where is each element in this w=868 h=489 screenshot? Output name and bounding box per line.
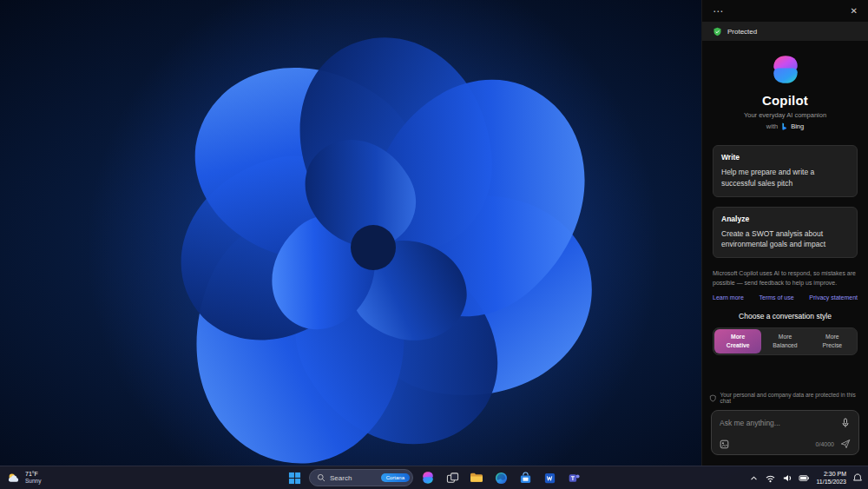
style-label-line1: More: [809, 333, 856, 341]
taskbar-item-file-explorer[interactable]: [467, 468, 486, 487]
desktop: ⋯ ✕ Protected Copilot Your everyday AI c…: [0, 0, 868, 489]
style-more-balanced[interactable]: More Balanced: [761, 329, 808, 354]
ai-disclaimer: Microsoft Copilot uses AI to respond, so…: [713, 269, 858, 288]
style-label-line1: More: [761, 333, 808, 341]
learn-more-link[interactable]: Learn more: [713, 294, 744, 301]
taskbar-center: Search Cortana: [285, 466, 583, 489]
style-label-line2: Precise: [809, 341, 856, 350]
copilot-icon: [421, 471, 435, 485]
copilot-logo-icon: [769, 53, 802, 86]
weather-temp: 71°F: [25, 471, 41, 479]
card-body: Create a SWOT analysis about environment…: [721, 228, 849, 251]
style-label-line1: More: [714, 333, 761, 341]
page-title: Copilot: [762, 93, 808, 108]
legal-links: Learn more Terms of use Privacy statemen…: [713, 294, 858, 301]
word-icon: [543, 472, 556, 485]
system-tray: 2:30 PM 11/15/2023: [749, 466, 863, 489]
search-label: Search: [330, 474, 352, 482]
start-button[interactable]: [285, 468, 304, 487]
suggestion-card-analyze[interactable]: Analyze Create a SWOT analysis about env…: [713, 207, 858, 259]
privacy-statement-link[interactable]: Privacy statement: [809, 294, 858, 301]
weather-condition: Sunny: [25, 478, 41, 485]
chat-input-box[interactable]: 0/4000: [711, 410, 859, 455]
task-view-icon: [446, 472, 459, 485]
taskbar-item-word[interactable]: [540, 468, 559, 487]
send-icon[interactable]: [840, 439, 851, 449]
conversation-style-picker: More Creative More Balanced More Precise: [713, 327, 858, 355]
style-label-line2: Balanced: [761, 341, 808, 350]
style-more-precise[interactable]: More Precise: [809, 329, 856, 354]
bing-icon: [780, 122, 788, 130]
edge-icon: [495, 472, 508, 485]
taskbar-item-copilot[interactable]: [418, 468, 437, 487]
wifi-icon[interactable]: [765, 473, 776, 483]
hidden-icons-chevron-icon[interactable]: [749, 474, 759, 482]
with-bing-row: with Bing: [766, 122, 804, 130]
screenshot-icon[interactable]: [720, 439, 729, 449]
terms-of-use-link[interactable]: Terms of use: [760, 294, 794, 301]
taskbar-item-teams[interactable]: [564, 468, 583, 487]
data-protection-text: Your personal and company data are prote…: [720, 392, 861, 404]
weather-icon: [7, 472, 21, 485]
teams-icon: [568, 472, 581, 485]
taskbar: 71°F Sunny Search Cortana: [0, 466, 868, 489]
battery-icon[interactable]: [799, 473, 810, 483]
search-icon: [317, 473, 326, 482]
copilot-panel: ⋯ ✕ Protected Copilot Your everyday AI c…: [701, 0, 868, 466]
shield-outline-icon: [709, 394, 717, 402]
card-title: Write: [721, 153, 849, 162]
chat-input[interactable]: [720, 419, 835, 427]
clock-date: 11/15/2023: [816, 478, 846, 486]
microphone-icon[interactable]: [840, 418, 851, 428]
data-protection-note: Your personal and company data are prote…: [709, 392, 861, 404]
more-options-icon[interactable]: ⋯: [713, 5, 723, 17]
suggestion-card-write[interactable]: Write Help me prepare and write a succes…: [713, 145, 858, 197]
character-counter: 0/4000: [816, 441, 834, 447]
close-icon[interactable]: ✕: [851, 6, 858, 16]
microsoft-store-icon: [519, 472, 532, 485]
taskbar-item-edge[interactable]: [491, 468, 510, 487]
notification-bell-icon[interactable]: [852, 472, 863, 483]
conversation-style-heading: Choose a conversation style: [702, 312, 868, 320]
search-highlight-badge[interactable]: Cortana: [381, 473, 410, 482]
protected-badge: Protected: [702, 22, 868, 41]
windows-logo-icon: [288, 472, 301, 485]
with-label: with: [766, 122, 778, 130]
copilot-hero: Copilot Your everyday AI companion with …: [702, 53, 868, 130]
copilot-subtitle: Your everyday AI companion: [744, 111, 826, 119]
clock[interactable]: 2:30 PM 11/15/2023: [816, 470, 846, 486]
bing-label: Bing: [791, 122, 804, 130]
taskbar-item-task-view[interactable]: [443, 468, 462, 487]
weather-widget[interactable]: 71°F Sunny: [7, 466, 41, 489]
style-more-creative[interactable]: More Creative: [714, 329, 761, 354]
search-box[interactable]: Search Cortana: [309, 469, 413, 486]
taskbar-item-store[interactable]: [516, 468, 535, 487]
shield-icon: [713, 27, 722, 36]
file-explorer-icon: [470, 471, 483, 485]
protected-label: Protected: [727, 28, 757, 36]
style-label-line2: Creative: [714, 341, 761, 350]
copilot-titlebar: ⋯ ✕: [702, 0, 868, 22]
volume-icon[interactable]: [782, 473, 792, 483]
card-title: Analyze: [721, 215, 849, 223]
clock-time: 2:30 PM: [816, 470, 846, 478]
card-body: Help me prepare and write a successful s…: [721, 167, 849, 189]
